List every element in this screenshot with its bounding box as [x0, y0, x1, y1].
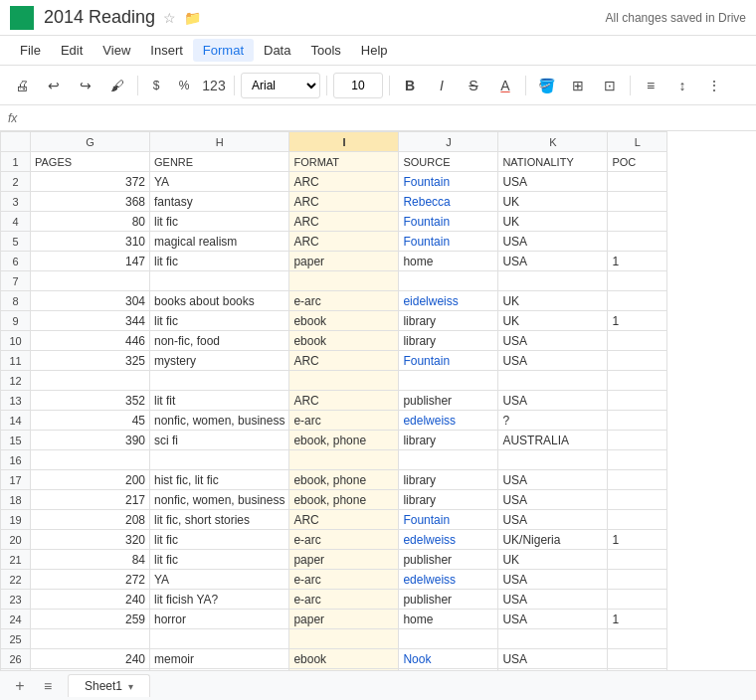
menu-insert[interactable]: Insert	[140, 39, 193, 62]
cell-g[interactable]	[31, 371, 150, 391]
cell-i1[interactable]: FORMAT	[289, 152, 399, 172]
cell-j[interactable]: edelweiss	[399, 411, 498, 431]
cell-h[interactable]	[150, 271, 289, 291]
cell-h[interactable]: nonfic, women, business	[150, 411, 289, 431]
col-header-h[interactable]: H	[150, 132, 289, 152]
paint-format-button[interactable]: 🖌	[103, 72, 131, 99]
cell-k[interactable]: USA	[498, 391, 608, 411]
cell-l[interactable]	[608, 331, 667, 351]
cell-j[interactable]: edelweiss	[399, 530, 498, 550]
cell-i[interactable]: ebook	[289, 331, 399, 351]
cell-i[interactable]: ARC	[289, 172, 399, 192]
cell-h[interactable]: nonfic, women, business	[150, 490, 289, 510]
cell-j[interactable]: edelweiss	[399, 570, 498, 590]
cell-k[interactable]: UK/Nigeria	[498, 530, 608, 550]
cell-g[interactable]: 390	[31, 431, 150, 450]
cell-l[interactable]: 1	[608, 610, 667, 629]
cell-i[interactable]: paper	[289, 610, 399, 629]
spreadsheet-area[interactable]: G H I J K L 1 PAGES GENRE FORMAT SOURCE …	[0, 131, 756, 670]
cell-i[interactable]: e-arc	[289, 590, 399, 610]
cell-l[interactable]	[608, 271, 667, 291]
cell-i[interactable]: ARC	[289, 510, 399, 530]
cell-g[interactable]	[31, 271, 150, 291]
cell-k[interactable]: USA	[498, 510, 608, 530]
cell-i[interactable]: ebook	[289, 311, 399, 331]
cell-l[interactable]	[608, 371, 667, 391]
cell-g[interactable]: 352	[31, 391, 150, 411]
cell-l[interactable]	[608, 649, 667, 669]
cell-h[interactable]: lit fic	[150, 212, 289, 232]
cell-k[interactable]: UK	[498, 291, 608, 311]
cell-k[interactable]: UK	[498, 212, 608, 232]
currency-button[interactable]: $	[144, 72, 168, 99]
cell-g[interactable]: 217	[31, 490, 150, 510]
cell-g[interactable]: 208	[31, 510, 150, 530]
col-header-k[interactable]: K	[498, 132, 608, 152]
cell-j[interactable]: Fountain	[399, 351, 498, 371]
borders-button[interactable]: ⊞	[564, 72, 592, 99]
cell-h[interactable]: lit fic, short stories	[150, 510, 289, 530]
cell-h[interactable]: horror	[150, 610, 289, 629]
menu-edit[interactable]: Edit	[51, 39, 93, 62]
bold-button[interactable]: B	[396, 72, 424, 99]
cell-g[interactable]: 147	[31, 252, 150, 271]
cell-i[interactable]: ebook	[289, 649, 399, 669]
cell-k[interactable]: USA	[498, 172, 608, 192]
cell-k[interactable]: ?	[498, 411, 608, 431]
cell-i[interactable]: ARC	[289, 232, 399, 252]
col-header-i[interactable]: I	[289, 132, 399, 152]
cell-j[interactable]	[399, 450, 498, 470]
decimal-button[interactable]: 123	[200, 72, 228, 99]
cell-l[interactable]	[608, 212, 667, 232]
cell-i[interactable]: ARC	[289, 192, 399, 212]
cell-l[interactable]	[608, 192, 667, 212]
cell-h[interactable]: lit fic	[150, 530, 289, 550]
cell-k[interactable]	[498, 271, 608, 291]
cell-h[interactable]: lit fit	[150, 391, 289, 411]
cell-h[interactable]	[150, 450, 289, 470]
cell-l[interactable]: 1	[608, 252, 667, 271]
cell-i[interactable]: e-arc	[289, 411, 399, 431]
col-header-l[interactable]: L	[608, 132, 667, 152]
cell-h[interactable]: lit fic	[150, 550, 289, 570]
cell-i[interactable]: ARC	[289, 351, 399, 371]
cell-i[interactable]	[289, 450, 399, 470]
merge-button[interactable]: ⊡	[596, 72, 624, 99]
cell-k[interactable]: USA	[498, 570, 608, 590]
cell-j[interactable]: library	[399, 490, 498, 510]
menu-view[interactable]: View	[93, 39, 140, 62]
cell-i[interactable]: paper	[289, 550, 399, 570]
cell-h[interactable]: lit fic	[150, 252, 289, 271]
cell-g[interactable]: 45	[31, 411, 150, 431]
cell-j[interactable]: publisher	[399, 590, 498, 610]
cell-j[interactable]: home	[399, 610, 498, 629]
cell-g[interactable]	[31, 450, 150, 470]
cell-l[interactable]	[608, 490, 667, 510]
cell-i[interactable]	[289, 371, 399, 391]
print-button[interactable]: 🖨	[8, 72, 36, 99]
cell-l[interactable]	[608, 291, 667, 311]
cell-g[interactable]: 344	[31, 311, 150, 331]
italic-button[interactable]: I	[428, 72, 456, 99]
font-size-input[interactable]	[333, 73, 383, 98]
cell-j[interactable]: publisher	[399, 550, 498, 570]
cell-l[interactable]	[608, 450, 667, 470]
cell-h[interactable]: hist fic, lit fic	[150, 470, 289, 490]
cell-h[interactable]: non-fic, food	[150, 331, 289, 351]
folder-icon[interactable]: 📁	[184, 10, 201, 26]
document-title[interactable]: 2014 Reading	[44, 7, 155, 28]
cell-j1[interactable]: SOURCE	[399, 152, 498, 172]
cell-h[interactable]	[150, 629, 289, 649]
cell-j[interactable]: publisher	[399, 391, 498, 411]
cell-k[interactable]: USA	[498, 470, 608, 490]
cell-l[interactable]: 1	[608, 311, 667, 331]
align-button[interactable]: ≡	[637, 72, 664, 99]
menu-file[interactable]: File	[10, 39, 51, 62]
percent-button[interactable]: %	[172, 72, 196, 99]
cell-j[interactable]: Rebecca	[399, 192, 498, 212]
cell-g[interactable]	[31, 629, 150, 649]
cell-i[interactable]	[289, 629, 399, 649]
redo-button[interactable]: ↪	[72, 72, 99, 99]
cell-g[interactable]: 200	[31, 470, 150, 490]
cell-k[interactable]	[498, 629, 608, 649]
